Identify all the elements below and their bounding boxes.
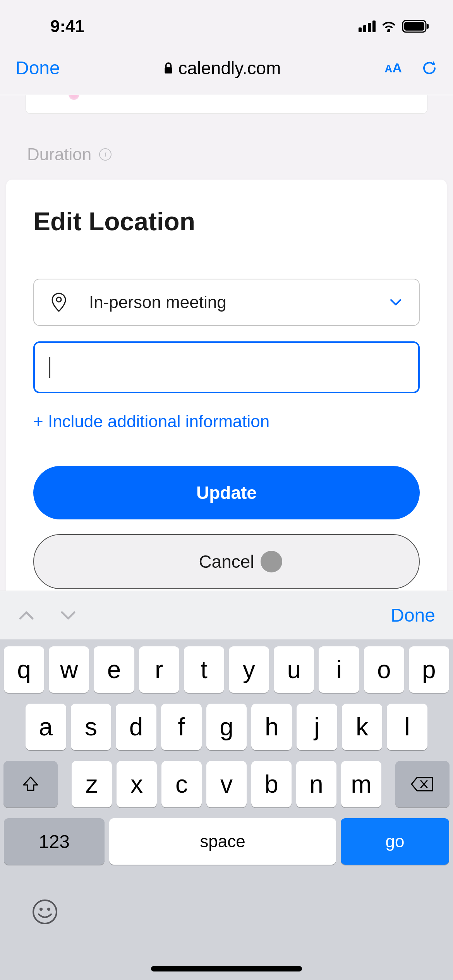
backspace-icon	[411, 776, 434, 792]
key-q[interactable]: q	[4, 646, 44, 693]
keyboard-accessory-bar: Done	[0, 591, 453, 639]
key-v[interactable]: v	[206, 761, 247, 807]
svg-point-0	[388, 29, 390, 31]
info-icon[interactable]: i	[99, 148, 112, 161]
status-bar: 9:41	[0, 0, 453, 50]
key-p[interactable]: p	[409, 646, 449, 693]
update-button[interactable]: Update	[33, 466, 420, 519]
pin-icon	[51, 293, 67, 312]
key-a[interactable]: a	[26, 704, 66, 750]
key-d[interactable]: d	[116, 704, 156, 750]
key-x[interactable]: x	[117, 761, 157, 807]
key-u[interactable]: u	[274, 646, 314, 693]
on-screen-keyboard: q w e r t y u i o p a s d f g h j k l z …	[0, 639, 453, 980]
partial-card	[26, 95, 427, 114]
key-l[interactable]: l	[387, 704, 427, 750]
svg-rect-3	[427, 24, 429, 29]
key-e[interactable]: e	[94, 646, 134, 693]
url-text: calendly.com	[178, 58, 281, 79]
avatar-dot	[69, 95, 79, 100]
cursor-indicator	[261, 551, 282, 572]
key-numbers[interactable]: 123	[4, 818, 105, 865]
key-n[interactable]: n	[296, 761, 336, 807]
dropdown-value: In-person meeting	[89, 293, 390, 312]
reload-icon[interactable]	[421, 60, 438, 76]
key-go[interactable]: go	[341, 818, 449, 865]
browser-nav-bar: Done calendly.com AA	[0, 50, 453, 95]
key-backspace[interactable]	[395, 761, 450, 807]
key-shift[interactable]	[3, 761, 58, 807]
key-g[interactable]: g	[206, 704, 247, 750]
key-y[interactable]: y	[229, 646, 269, 693]
shift-icon	[21, 775, 40, 793]
key-t[interactable]: t	[184, 646, 224, 693]
key-i[interactable]: i	[319, 646, 359, 693]
edit-location-modal: Edit Location In-person meeting + Includ…	[6, 180, 447, 612]
key-f[interactable]: f	[161, 704, 202, 750]
home-indicator[interactable]	[151, 966, 302, 971]
key-k[interactable]: k	[342, 704, 383, 750]
key-o[interactable]: o	[364, 646, 404, 693]
chevron-down-icon	[390, 298, 402, 306]
key-w[interactable]: w	[49, 646, 89, 693]
key-s[interactable]: s	[71, 704, 112, 750]
svg-point-5	[57, 297, 61, 302]
cancel-button[interactable]: Cancel	[33, 534, 420, 589]
location-type-dropdown[interactable]: In-person meeting	[33, 279, 420, 326]
modal-title: Edit Location	[33, 207, 420, 236]
status-time: 9:41	[50, 17, 84, 36]
text-cursor	[49, 357, 50, 378]
key-space[interactable]: space	[109, 818, 336, 865]
keyboard-done-button[interactable]: Done	[391, 605, 435, 626]
svg-point-8	[47, 908, 50, 911]
cellular-signal-icon	[359, 21, 376, 32]
key-b[interactable]: b	[251, 761, 292, 807]
browser-done-button[interactable]: Done	[15, 57, 60, 79]
wifi-icon	[381, 21, 396, 32]
key-m[interactable]: m	[341, 761, 381, 807]
key-z[interactable]: z	[72, 761, 112, 807]
battery-icon	[402, 20, 430, 33]
lock-icon	[163, 62, 173, 74]
include-additional-info-link[interactable]: + Include additional information	[33, 412, 420, 431]
key-j[interactable]: j	[297, 704, 337, 750]
key-r[interactable]: r	[139, 646, 179, 693]
svg-rect-2	[404, 22, 424, 31]
emoji-keyboard-button[interactable]	[32, 899, 58, 925]
location-address-input[interactable]	[33, 341, 420, 393]
svg-rect-4	[165, 67, 172, 73]
key-c[interactable]: c	[161, 761, 202, 807]
next-field-button[interactable]	[60, 610, 77, 621]
url-display[interactable]: calendly.com	[163, 58, 281, 79]
key-h[interactable]: h	[251, 704, 292, 750]
duration-section-header: Duration i	[27, 145, 447, 164]
text-size-button[interactable]: AA	[384, 60, 402, 75]
status-icons	[359, 20, 430, 33]
svg-point-6	[33, 900, 57, 923]
duration-label: Duration	[27, 145, 91, 164]
svg-point-7	[39, 908, 43, 911]
previous-field-button[interactable]	[18, 610, 35, 621]
